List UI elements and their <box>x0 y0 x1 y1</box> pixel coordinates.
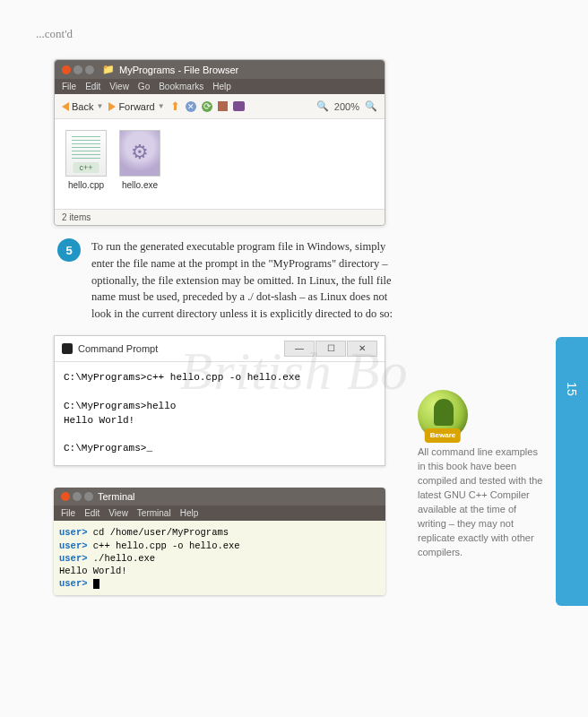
menu-bookmarks[interactable]: Bookmarks <box>159 82 203 91</box>
command-prompt-body[interactable]: C:\MyPrograms>c++ hello.cpp -o hello.exe… <box>55 362 385 466</box>
cpp-file-icon <box>65 130 107 177</box>
stop-icon[interactable]: ✕ <box>186 101 196 112</box>
command: ./hello.exe <box>88 553 156 564</box>
cmd-icon <box>62 343 73 354</box>
close-icon[interactable] <box>62 65 71 74</box>
output: Hello World! <box>59 566 127 576</box>
folder-icon: 📁 <box>102 64 115 75</box>
arrow-right-icon <box>108 102 116 111</box>
prompt: user> <box>59 527 88 538</box>
menu-edit[interactable]: Edit <box>85 82 100 91</box>
minimize-icon[interactable] <box>74 65 82 74</box>
zoom-controls: 🔍 200% 🔍 <box>316 100 377 112</box>
command-prompt-titlebar: Command Prompt — ☐ ✕ <box>55 336 385 362</box>
command: cd /home/user/MyPrograms <box>88 527 229 538</box>
file-name: hello.exe <box>119 180 160 190</box>
arrow-left-icon <box>62 102 69 111</box>
prompt: user> <box>59 578 88 589</box>
step-block: 5 To run the generated executable progra… <box>57 238 407 323</box>
up-icon[interactable]: ⬆ <box>170 99 180 113</box>
beware-text: All command line examples in this book h… <box>418 445 543 560</box>
page-number: 15 <box>565 382 579 396</box>
status-bar: 2 items <box>55 209 385 225</box>
menu-edit[interactable]: Edit <box>84 508 99 518</box>
step-text: To run the generated executable program … <box>91 238 407 323</box>
file-browser-toolbar: Back ▼ Forward ▼ ⬆ ✕ ⟳ 🔍 200% 🔍 <box>55 94 385 119</box>
back-label: Back <box>72 101 93 112</box>
beware-icon: Beware <box>418 390 468 440</box>
continued-label: ...cont'd <box>36 27 552 41</box>
computer-icon[interactable] <box>233 101 245 111</box>
window-controls <box>62 65 94 74</box>
beware-callout: Beware All command line examples in this… <box>418 390 543 560</box>
menu-help[interactable]: Help <box>180 508 199 518</box>
minimize-icon[interactable]: — <box>284 341 315 357</box>
reload-icon[interactable]: ⟳ <box>202 101 212 112</box>
file-browser-menubar: File Edit View Go Bookmarks Help <box>55 79 385 94</box>
terminal-window: Terminal File Edit View Terminal Help us… <box>54 488 385 595</box>
minimize-icon[interactable] <box>73 492 82 501</box>
menu-view[interactable]: View <box>109 82 129 91</box>
zoom-in-icon[interactable]: 🔍 <box>365 100 377 112</box>
window-controls <box>61 492 93 501</box>
terminal-titlebar: Terminal <box>54 488 385 505</box>
command: c++ hello.cpp -o hello.exe <box>88 540 240 551</box>
file-browser-window: 📁 MyPrograms - File Browser File Edit Vi… <box>54 59 385 226</box>
command-prompt-window: Command Prompt — ☐ ✕ C:\MyPrograms>c++ h… <box>54 335 385 467</box>
beware-label: Beware <box>425 428 461 443</box>
window-title: Command Prompt <box>78 343 158 354</box>
file-item-cpp[interactable]: hello.cpp <box>65 130 107 198</box>
terminal-body[interactable]: user> cd /home/user/MyPrograms user> c++… <box>54 521 385 595</box>
back-button[interactable]: Back ▼ <box>62 101 103 112</box>
maximize-icon[interactable] <box>85 65 94 74</box>
page-tab: 15 <box>556 337 588 606</box>
file-browser-titlebar: 📁 MyPrograms - File Browser <box>55 60 385 79</box>
chevron-down-icon: ▼ <box>96 102 103 110</box>
file-name: hello.cpp <box>65 180 107 190</box>
prompt: user> <box>59 540 88 551</box>
menu-terminal[interactable]: Terminal <box>137 508 171 518</box>
maximize-icon[interactable]: ☐ <box>316 341 346 357</box>
menu-view[interactable]: View <box>108 508 128 518</box>
close-icon[interactable] <box>61 492 70 501</box>
chevron-down-icon: ▼ <box>158 102 165 110</box>
window-title: MyPrograms - File Browser <box>119 65 238 75</box>
file-item-exe[interactable]: hello.exe <box>119 130 160 198</box>
menu-help[interactable]: Help <box>212 82 231 91</box>
forward-button[interactable]: Forward ▼ <box>108 101 164 112</box>
home-icon[interactable] <box>218 101 228 111</box>
maximize-icon[interactable] <box>84 492 93 501</box>
terminal-menubar: File Edit View Terminal Help <box>54 505 385 521</box>
prompt: user> <box>59 553 88 564</box>
zoom-level: 200% <box>334 101 359 112</box>
exe-file-icon <box>119 130 160 177</box>
menu-file[interactable]: File <box>61 508 75 518</box>
menu-go[interactable]: Go <box>138 82 150 91</box>
window-title: Terminal <box>98 491 135 502</box>
forward-label: Forward <box>118 101 154 112</box>
zoom-out-icon[interactable]: 🔍 <box>316 100 329 112</box>
file-browser-content: hello.cpp hello.exe <box>55 119 385 209</box>
close-icon[interactable]: ✕ <box>347 341 377 357</box>
step-number: 5 <box>57 238 81 262</box>
menu-file[interactable]: File <box>62 82 76 91</box>
window-controls: — ☐ ✕ <box>284 341 377 357</box>
cursor <box>93 579 99 589</box>
